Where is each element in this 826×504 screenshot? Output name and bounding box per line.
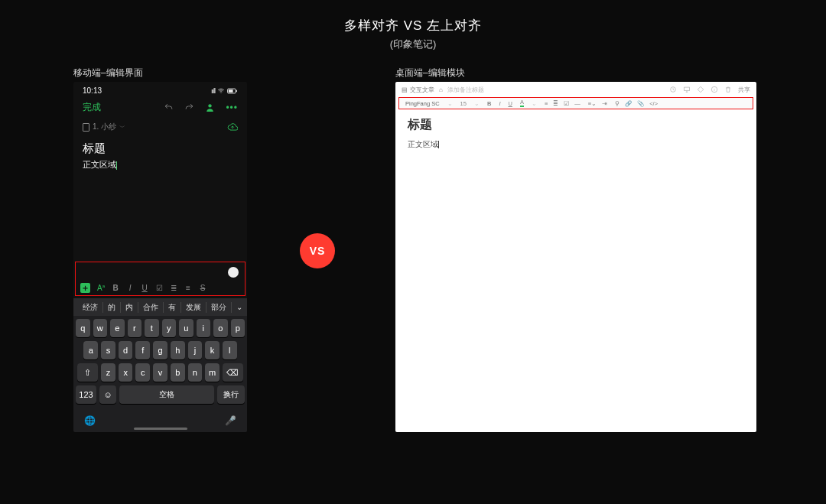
desktop-editor[interactable]: 标题 正文区域 <box>395 109 756 158</box>
suggestion[interactable]: 有 <box>164 302 181 313</box>
text-style-button[interactable]: Aa <box>97 284 105 292</box>
suggestion[interactable]: 的 <box>103 302 121 313</box>
key[interactable]: t <box>145 319 159 337</box>
key[interactable]: i <box>197 319 211 337</box>
checklist-icon[interactable]: ☑ <box>564 100 569 107</box>
key[interactable]: c <box>135 363 150 382</box>
key[interactable]: e <box>110 319 125 337</box>
key[interactable]: k <box>205 341 220 359</box>
font-selector[interactable]: PingFang SC <box>405 100 440 107</box>
pin-icon[interactable]: ⚲ <box>615 100 620 107</box>
toolbar-knob-icon[interactable] <box>228 267 239 278</box>
font-size-selector[interactable]: 15 <box>460 100 467 107</box>
key[interactable]: d <box>119 341 133 359</box>
unordered-list-button[interactable]: ≡ <box>184 284 192 292</box>
bold-button[interactable]: B <box>112 284 119 292</box>
key[interactable]: y <box>162 319 177 337</box>
suggestion[interactable]: 合作 <box>138 302 164 313</box>
attachment-icon[interactable]: 📎 <box>637 100 644 107</box>
status-icons: ııll <box>211 87 238 95</box>
note-title[interactable]: 标题 <box>83 141 238 156</box>
notebook-selector[interactable]: 1. 小纱 ﹀ <box>83 122 125 132</box>
tag-icon[interactable] <box>697 86 704 93</box>
format-toolbar: ＋ Aa B I U ☑ ≣ ≡ S <box>80 283 240 293</box>
emoji-key[interactable]: ☺ <box>99 385 116 404</box>
strike-button[interactable]: S <box>199 284 206 292</box>
key[interactable]: x <box>119 363 133 382</box>
home-indicator <box>134 428 187 430</box>
italic-button[interactable]: I <box>499 100 500 107</box>
suggestion-expand-icon[interactable]: ⌄ <box>236 303 242 311</box>
sync-icon[interactable] <box>227 122 238 132</box>
note-body[interactable]: 正文区域 <box>83 159 238 171</box>
align-icon[interactable]: ≡⌄ <box>588 100 597 107</box>
more-icon[interactable]: ••• <box>226 102 238 113</box>
key[interactable]: b <box>171 363 185 382</box>
reminder-icon[interactable] <box>669 86 677 93</box>
key[interactable]: r <box>128 319 142 337</box>
done-button[interactable]: 完成 <box>83 101 101 114</box>
delete-key[interactable]: ⌫ <box>223 363 243 382</box>
italic-button[interactable]: I <box>126 284 134 292</box>
checklist-button[interactable]: ☑ <box>155 284 163 292</box>
space-key[interactable]: 空格 <box>119 385 214 404</box>
key[interactable]: h <box>171 341 185 359</box>
status-time: 10:13 <box>83 86 102 95</box>
key[interactable]: j <box>188 341 203 359</box>
number-list-icon[interactable]: ≣ <box>553 100 558 107</box>
redo-icon[interactable] <box>184 102 194 112</box>
trash-icon[interactable] <box>724 86 732 93</box>
breadcrumb[interactable]: ▤ 交互文章 <box>402 86 434 94</box>
note-title[interactable]: 标题 <box>408 117 744 133</box>
key[interactable]: s <box>101 341 115 359</box>
key[interactable]: a <box>83 341 98 359</box>
suggestion[interactable]: 内 <box>121 302 138 313</box>
key[interactable]: m <box>205 363 220 382</box>
key[interactable]: g <box>153 341 167 359</box>
key[interactable]: l <box>223 341 237 359</box>
ordered-list-button[interactable]: ≣ <box>170 284 177 292</box>
vs-badge: VS <box>300 233 335 268</box>
indent-icon[interactable]: ⇥ <box>602 100 607 107</box>
home-icon[interactable]: ⌂ <box>439 86 443 93</box>
text-color-button[interactable]: A <box>520 99 524 107</box>
desktop-panel: ▤ 交互文章 ⌂ 添加备注标题 共享 PingFang SC ⌄ 15 ⌄ B … <box>395 82 756 432</box>
breadcrumb-label: 交互文章 <box>410 86 434 94</box>
globe-icon[interactable]: 🌐 <box>84 415 96 426</box>
suggestion[interactable]: 部分 <box>206 302 232 313</box>
undo-icon[interactable] <box>164 102 174 112</box>
share-person-icon[interactable] <box>205 102 215 112</box>
add-icon[interactable]: ＋ <box>80 283 90 293</box>
notebook-icon <box>83 123 89 132</box>
note-body[interactable]: 正文区域 <box>408 139 744 150</box>
page-title: 多样对齐 VS 左上对齐 <box>0 17 826 34</box>
key[interactable]: p <box>231 319 246 337</box>
link-icon[interactable]: 🔗 <box>625 100 632 107</box>
status-bar: 10:13 ııll <box>73 82 247 95</box>
key[interactable]: w <box>93 319 108 337</box>
shift-key[interactable]: ⇧ <box>77 363 98 382</box>
suggestion[interactable]: 经济 <box>78 302 103 313</box>
present-icon[interactable] <box>683 86 691 93</box>
key[interactable]: q <box>76 319 90 337</box>
suggestion[interactable]: 发展 <box>181 302 206 313</box>
code-icon[interactable]: </> <box>649 100 658 107</box>
key[interactable]: u <box>179 319 193 337</box>
bold-button[interactable]: B <box>487 100 491 107</box>
key[interactable]: v <box>153 363 167 382</box>
key[interactable]: o <box>213 319 228 337</box>
hr-icon[interactable]: — <box>574 100 580 107</box>
numkey-button[interactable]: 123 <box>76 385 96 404</box>
mobile-editor[interactable]: 标题 正文区域 <box>73 137 247 175</box>
bullet-list-icon[interactable]: ≡ <box>545 100 548 107</box>
underline-button[interactable]: U <box>141 284 148 292</box>
info-icon[interactable] <box>711 86 718 93</box>
mic-icon[interactable]: 🎤 <box>225 415 236 426</box>
key[interactable]: f <box>135 341 150 359</box>
return-key[interactable]: 换行 <box>217 385 245 404</box>
share-button[interactable]: 共享 <box>738 86 750 94</box>
svg-point-4 <box>209 104 212 107</box>
key[interactable]: n <box>188 363 203 382</box>
underline-button[interactable]: U <box>508 100 512 107</box>
key[interactable]: z <box>101 363 115 382</box>
